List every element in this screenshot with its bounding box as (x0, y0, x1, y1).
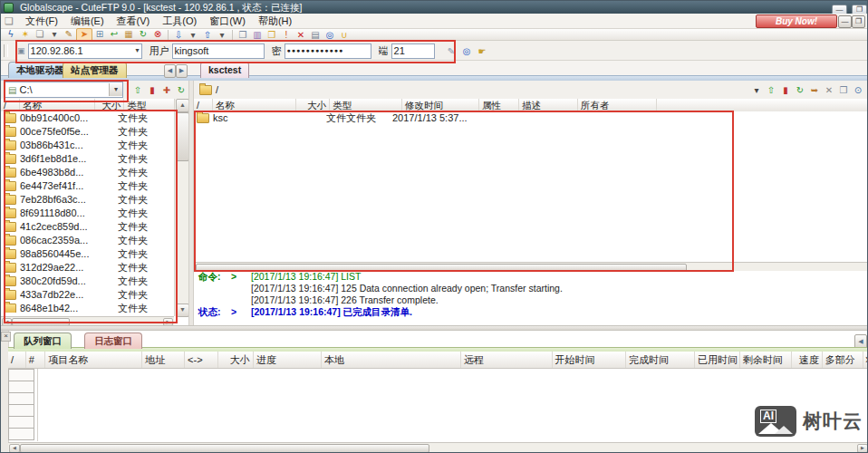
table-row[interactable]: 6be4983b8d... 文件夹 (1, 166, 174, 179)
menu-item[interactable]: 窗口(W) (203, 14, 252, 29)
column-header-progress[interactable]: 进度 (254, 352, 322, 368)
mdi-restore-button[interactable]: ❐ (852, 15, 865, 28)
column-header-item-name[interactable]: 项目名称 (45, 352, 142, 368)
folder-go-icon[interactable]: ➥ (807, 84, 822, 96)
wizard-icon[interactable]: ✶ (18, 28, 33, 40)
download-icon[interactable]: ⇩ (171, 29, 186, 41)
pointer-icon[interactable]: ➤ (76, 28, 92, 42)
globe-icon[interactable]: ◎ (323, 29, 337, 41)
table-row[interactable]: 98a8560445e... 文件夹 (1, 247, 174, 261)
password-input[interactable]: ●●●●●●●●●●●● (285, 43, 371, 59)
delete-icon[interactable]: ✕ (294, 29, 308, 41)
column-header-attributes[interactable]: 属性 (479, 99, 519, 111)
column-header-description[interactable]: 描述 (519, 99, 578, 111)
column-header-sort[interactable]: / (8, 352, 26, 368)
drive-selector[interactable]: ▤ C:\ ▾ (5, 82, 123, 98)
column-header-local[interactable]: 本地 (322, 352, 461, 368)
up-directory-icon[interactable]: ⇧ (764, 84, 778, 96)
tab-remote-site[interactable]: ksctest (200, 62, 249, 78)
column-header-address[interactable]: 地址 (142, 352, 185, 368)
column-header-type[interactable]: 类型 (330, 99, 402, 111)
table-row[interactable]: 312d29ae22... 文件夹 (1, 261, 174, 275)
media-folder-icon[interactable]: ▦ (121, 28, 136, 40)
column-header-owner[interactable]: 所有者 (578, 99, 657, 111)
refresh-folder-icon[interactable]: ↻ (174, 84, 188, 96)
cup-icon[interactable]: ∪ (337, 29, 352, 41)
column-header-sort[interactable]: / (1, 99, 20, 111)
transfer-window-icon[interactable]: ❐ (236, 29, 250, 41)
scrollbar-thumb[interactable] (176, 112, 189, 161)
menu-item[interactable]: 查看(V) (111, 14, 157, 29)
buy-now-button[interactable]: Buy Now! (756, 14, 837, 28)
refresh-icon[interactable]: ↻ (793, 84, 807, 96)
path-dropdown-icon[interactable]: ▾ (749, 84, 764, 96)
local-horizontal-scrollbar[interactable]: ◀ ▶ (1, 316, 174, 325)
menu-item[interactable]: 编辑(E) (64, 14, 111, 29)
new-document-icon[interactable]: ❏ (33, 28, 47, 40)
new-folder-icon[interactable]: ✚ (159, 84, 174, 96)
menu-item[interactable]: 工具(O) (156, 14, 203, 29)
table-row[interactable]: 433a7db22e... 文件夹 (1, 288, 174, 302)
table-row[interactable]: 8f691118d80... 文件夹 (1, 207, 174, 220)
connect-hand-icon[interactable]: ☛ (475, 45, 490, 57)
table-row[interactable]: 6e4473ef41f... 文件夹 (1, 179, 174, 193)
monitor-icon[interactable]: ❐ (836, 84, 851, 96)
scroll-down-icon[interactable]: ▼ (176, 304, 189, 317)
local-vertical-scrollbar[interactable]: ▲ ▼ (174, 99, 188, 316)
upload-icon[interactable]: ⇧ (200, 29, 215, 41)
table-row[interactable]: 41c2cec859d... 文件夹 (1, 220, 174, 234)
chevron-down-icon[interactable]: ▾ (186, 29, 200, 41)
up-directory-icon[interactable]: ⇧ (130, 84, 145, 96)
priority-icon[interactable]: ! (279, 29, 294, 41)
close-icon[interactable]: ✕ (822, 84, 836, 96)
table-row[interactable]: 03b86b431c... 文件夹 (1, 139, 174, 152)
scroll-up-icon[interactable]: ▲ (176, 99, 189, 112)
user-input[interactable]: kingsoft (172, 43, 265, 59)
chevron-down-icon[interactable]: ▾ (47, 28, 62, 40)
anonymous-icon[interactable]: ◎ (459, 45, 475, 57)
menu-item[interactable]: 帮助(H) (252, 14, 298, 29)
column-header-type[interactable]: 类型 (124, 99, 174, 111)
scroll-right-icon[interactable]: ▶ (857, 444, 868, 453)
chevron-down-icon[interactable]: ▾ (136, 44, 140, 57)
table-row[interactable]: 380c20fd59d... 文件夹 (1, 275, 174, 288)
select-view-icon[interactable]: ⊞ (92, 28, 107, 40)
bookmark-icon[interactable]: ▮ (778, 84, 793, 96)
table-row[interactable]: ksc 文件文件夹 2017/1/13 5:37... (194, 111, 868, 125)
column-header-status[interactable]: 状态 (863, 352, 868, 368)
minimize-button[interactable]: — (832, 5, 847, 14)
log-icon[interactable]: ▤ (308, 29, 323, 41)
tab-log-window[interactable]: 日志窗口 (84, 333, 142, 349)
column-header-size[interactable]: 大小 (95, 99, 124, 111)
column-header-size[interactable]: 大小 (296, 99, 330, 111)
menu-item[interactable]: 文件(F) (19, 14, 64, 29)
chevron-down-icon[interactable]: ▾ (109, 83, 122, 96)
close-icon[interactable]: × (1, 332, 11, 342)
table-row[interactable]: 7eb28bf6a3c... 文件夹 (1, 193, 174, 207)
table-row[interactable]: 8648e1b42... 文件夹 (1, 302, 174, 313)
column-header-name[interactable]: 名称 (20, 99, 95, 111)
column-header-number[interactable]: # (26, 352, 46, 368)
port-input[interactable]: 21 (391, 43, 435, 59)
queue-horizontal-scrollbar[interactable]: ◀ ▶ (8, 442, 868, 452)
table-row[interactable]: 0bb91c400c0... 文件夹 (1, 111, 174, 125)
column-header-sort[interactable]: / (194, 99, 213, 111)
column-header-elapsed[interactable]: 已用时间 (695, 352, 740, 368)
column-header-speed[interactable]: 速度 (792, 352, 823, 368)
column-header-remaining[interactable]: 剩余时间 (740, 352, 792, 368)
column-header-finish-time[interactable]: 完成时间 (626, 352, 695, 368)
tab-scroll-left-icon[interactable]: ◀ (164, 64, 176, 78)
edit-pencil-icon[interactable]: ✎ (62, 28, 76, 40)
table-row[interactable]: 3d6f1eb8d1e... 文件夹 (1, 152, 174, 166)
chevron-down-icon[interactable]: ▾ (215, 29, 229, 41)
column-header-remote[interactable]: 远程 (461, 352, 553, 368)
column-header-modified[interactable]: 修改时间 (402, 99, 479, 111)
stop-icon[interactable]: ⊗ (150, 28, 165, 40)
mdi-minimize-button[interactable]: — (838, 15, 852, 28)
remote-horizontal-scrollbar[interactable] (194, 262, 868, 271)
tab-queue-window[interactable]: 队列窗口 (14, 333, 72, 349)
table-row[interactable]: 086cac2359a... 文件夹 (1, 234, 174, 247)
tab-site-manager[interactable]: 站点管理器 (63, 62, 127, 78)
bookmark-icon[interactable]: ▮ (145, 84, 159, 96)
compare-icon[interactable]: ▥ (250, 29, 265, 41)
